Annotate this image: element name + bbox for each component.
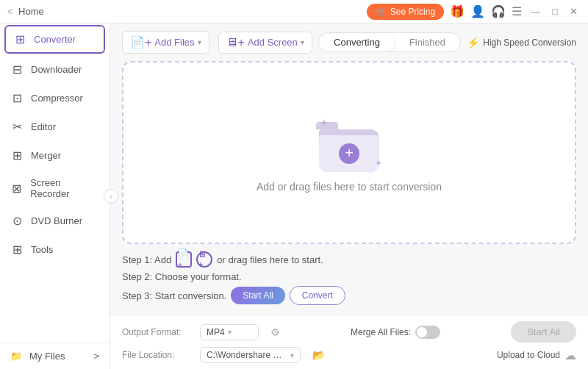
step3-start-all-button[interactable]: Start All xyxy=(231,287,284,304)
sidebar-item-label: Editor xyxy=(31,121,56,132)
folder-illustration: + ✦ ✦ xyxy=(316,113,382,172)
home-label[interactable]: Home xyxy=(18,6,44,17)
output-format-dropdown-arrow: ▾ xyxy=(228,328,232,336)
sidebar-item-tools[interactable]: ⊞ Tools xyxy=(0,235,110,264)
sidebar-item-converter[interactable]: ⊞ Converter xyxy=(4,25,105,54)
step3-convert-button[interactable]: Convert xyxy=(290,286,345,305)
add-files-dropdown-arrow: ▾ xyxy=(198,38,201,46)
tools-icon: ⊞ xyxy=(10,243,24,257)
gift-icon[interactable]: 🎁 xyxy=(450,4,465,18)
close-button[interactable]: ✕ xyxy=(567,6,581,17)
sparkle-icon-tl: ✦ xyxy=(320,117,329,129)
drop-zone-text: Add or drag files here to start conversi… xyxy=(257,181,442,193)
titlebar-right: 🛒 See Pricing 🎁 👤 🎧 ☰ — □ ✕ xyxy=(367,4,581,20)
sidebar-item-label: Compressor xyxy=(31,93,83,104)
add-files-button[interactable]: 📄+ Add Files ▾ xyxy=(122,31,209,54)
my-files-label: My Files xyxy=(29,351,65,362)
toolbar-left: 📄+ Add Files ▾ 🖥+ Add Screen ▾ xyxy=(122,31,312,54)
file-location-dropdown-arrow: ▾ xyxy=(290,351,294,359)
add-screen-icon: 🖥+ xyxy=(226,36,245,49)
main-layout: ⊞ Converter ⊟ Downloader ⊡ Compressor ✂ … xyxy=(0,24,588,369)
step2-label: Step 2: Choose your format. xyxy=(122,271,242,282)
drop-zone[interactable]: + ✦ ✦ Add or drag files here to start co… xyxy=(122,61,576,244)
step2-row: Step 2: Choose your format. xyxy=(122,271,576,282)
my-files-item[interactable]: 📁 My Files > xyxy=(0,343,110,369)
footer: Output Format: MP4 ▾ ⚙ Merge All Files: … xyxy=(110,315,588,369)
footer-start-all-button[interactable]: Start All xyxy=(511,321,576,343)
footer-row-location: File Location: C:\Wondershare UniConvert… xyxy=(122,347,576,363)
tab-converting[interactable]: Converting xyxy=(319,33,395,51)
back-button[interactable]: < xyxy=(7,7,12,17)
add-screen-button[interactable]: 🖥+ Add Screen ▾ xyxy=(218,32,312,54)
merge-all-toggle[interactable] xyxy=(415,326,440,339)
downloader-icon: ⊟ xyxy=(10,62,24,76)
maximize-button[interactable]: □ xyxy=(549,6,561,17)
step1-suffix: or drag files here to start. xyxy=(217,254,323,265)
step3-label: Step 3: Start conversion. xyxy=(122,290,226,301)
step3-row: Step 3: Start conversion. Start All Conv… xyxy=(122,286,576,305)
step1-add-screen-icon[interactable]: 🖥+ xyxy=(196,251,212,268)
sidebar-item-screen-recorder[interactable]: ⊠ Screen Recorder xyxy=(0,170,110,207)
headset-icon[interactable]: 🎧 xyxy=(491,4,506,18)
sidebar-item-editor[interactable]: ✂ Editor xyxy=(0,112,110,141)
minimize-button[interactable]: — xyxy=(528,6,543,17)
content-area: 📄+ Add Files ▾ 🖥+ Add Screen ▾ Convertin… xyxy=(110,24,588,369)
sidebar-item-merger[interactable]: ⊞ Merger xyxy=(0,141,110,170)
menu-icon[interactable]: ☰ xyxy=(512,4,522,18)
file-location-select[interactable]: C:\Wondershare UniConverter ▾ xyxy=(200,347,301,363)
settings-gear-icon[interactable]: ⚙ xyxy=(270,326,280,338)
sidebar-item-label: Merger xyxy=(31,150,61,161)
output-format-value: MP4 xyxy=(207,327,225,337)
folder-open-icon[interactable]: 📂 xyxy=(312,349,325,361)
screen-recorder-icon: ⊠ xyxy=(10,182,23,196)
converter-icon: ⊞ xyxy=(13,32,26,46)
upload-cloud-section: Upload to Cloud ☁ xyxy=(497,348,576,362)
merge-all-label: Merge All Files: xyxy=(351,327,411,337)
toolbar-tabs: Converting Finished xyxy=(318,32,461,52)
sidebar-item-label: Converter xyxy=(34,34,76,45)
step1-label: Step 1: Add xyxy=(122,254,171,265)
lightning-icon: ⚡ xyxy=(467,37,479,49)
output-format-select[interactable]: MP4 ▾ xyxy=(200,324,259,340)
toolbar: 📄+ Add Files ▾ 🖥+ Add Screen ▾ Convertin… xyxy=(110,24,588,61)
sidebar-item-dvd-burner[interactable]: ⊙ DVD Burner xyxy=(0,207,110,235)
sidebar-item-label: Downloader xyxy=(31,64,82,75)
sidebar-item-label: DVD Burner xyxy=(31,215,82,226)
file-location-value: C:\Wondershare UniConverter xyxy=(207,350,287,360)
add-screen-dropdown-arrow: ▾ xyxy=(301,38,304,46)
upload-cloud-icon[interactable]: ☁ xyxy=(564,348,576,362)
titlebar-left: < Home xyxy=(7,6,44,17)
file-location-label: File Location: xyxy=(122,350,188,360)
my-files-arrow-icon: > xyxy=(93,351,99,362)
add-files-icon: 📄+ xyxy=(130,35,151,49)
folder-plus-icon: + xyxy=(339,143,359,164)
my-files-icon: 📁 xyxy=(10,351,22,362)
footer-row-format: Output Format: MP4 ▾ ⚙ Merge All Files: … xyxy=(122,321,576,343)
see-pricing-button[interactable]: 🛒 See Pricing xyxy=(367,4,444,20)
user-icon[interactable]: 👤 xyxy=(470,4,485,18)
sidebar-item-compressor[interactable]: ⊡ Compressor xyxy=(0,84,110,112)
upload-cloud-label: Upload to Cloud xyxy=(497,350,560,360)
sidebar: ⊞ Converter ⊟ Downloader ⊡ Compressor ✂ … xyxy=(0,24,110,369)
sparkle-icon-br: ✦ xyxy=(375,158,382,168)
step1-row: Step 1: Add 📄+ 🖥+ or drag files here to … xyxy=(122,251,576,268)
step1-add-file-icon[interactable]: 📄+ xyxy=(176,251,192,268)
cart-icon: 🛒 xyxy=(376,7,387,17)
add-files-label: Add Files xyxy=(154,37,194,48)
tab-finished[interactable]: Finished xyxy=(395,33,460,51)
output-format-label: Output Format: xyxy=(122,327,188,337)
steps-section: Step 1: Add 📄+ 🖥+ or drag files here to … xyxy=(110,244,588,315)
sidebar-item-downloader[interactable]: ⊟ Downloader xyxy=(0,55,110,84)
titlebar: < Home 🛒 See Pricing 🎁 👤 🎧 ☰ — □ ✕ xyxy=(0,0,588,24)
sidebar-item-label: Tools xyxy=(31,244,53,255)
dvd-burner-icon: ⊙ xyxy=(10,214,24,228)
high-speed-label: ⚡ High Speed Conversion xyxy=(467,37,576,49)
sidebar-collapse-button[interactable]: ‹ xyxy=(104,189,118,204)
sidebar-item-label: Screen Recorder xyxy=(30,177,99,199)
merger-icon: ⊞ xyxy=(10,148,24,162)
sidebar-bottom: 📁 My Files > xyxy=(0,343,110,369)
my-files-left: 📁 My Files xyxy=(10,351,65,362)
editor-icon: ✂ xyxy=(10,120,24,134)
compressor-icon: ⊡ xyxy=(10,91,24,105)
add-screen-label: Add Screen xyxy=(248,37,298,48)
